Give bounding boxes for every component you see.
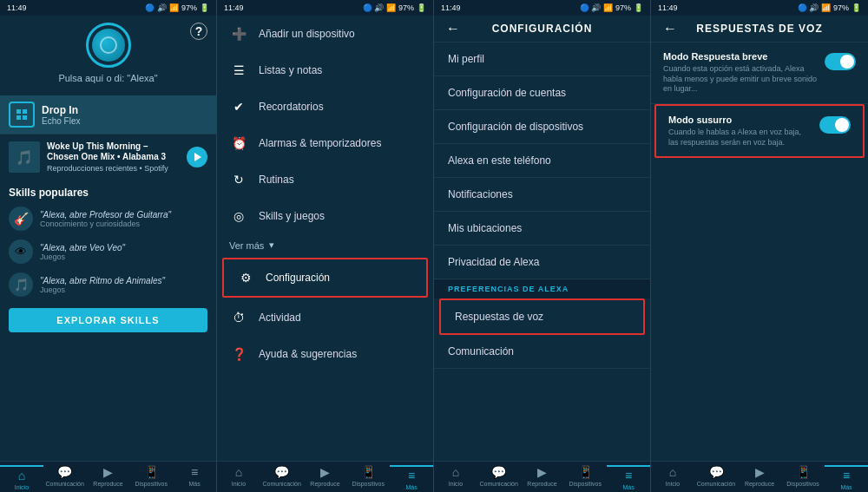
nav-inicio-1[interactable]: ⌂ Inicio: [0, 465, 43, 490]
nav-comunicacion-1[interactable]: 💬 Comunicación: [43, 465, 87, 490]
music-subtitle: Reproducciones recientes • Spotify: [47, 164, 180, 173]
skills-icon: ◎: [229, 207, 248, 226]
music-item[interactable]: 🎵 Woke Up This Morning – Chosen One Mix …: [0, 134, 216, 180]
alexa-ring[interactable]: [86, 23, 131, 68]
nav-label-mas-1: Más: [188, 481, 200, 487]
explorar-button[interactable]: EXPLORAR SKILLS: [9, 308, 207, 332]
chat-icon-4: 💬: [709, 465, 724, 479]
config-ubicaciones[interactable]: Mis ubicaciones: [434, 212, 650, 246]
nav-inicio-3[interactable]: ⌂ Inicio: [434, 465, 477, 490]
config-header: ← CONFIGURACIÓN: [434, 16, 650, 43]
menu-item-skills[interactable]: ◎ Skills y juegos: [217, 198, 433, 234]
drop-in-icon: [9, 102, 35, 128]
skill-title-1: "Alexa, abre Veo Veo": [40, 243, 125, 253]
bottom-nav-3: ⌂ Inicio 💬 Comunicación ▶ Reproduce 📱 Di…: [434, 461, 650, 492]
alexa-header: ? Pulsa aquí o di: "Alexa": [0, 16, 216, 95]
help-button[interactable]: ?: [190, 23, 207, 40]
nav-label-com-1: Comunicación: [46, 481, 84, 487]
nav-comunicacion-2[interactable]: 💬 Comunicación: [260, 465, 304, 490]
svg-rect-3: [23, 115, 27, 120]
activity-icon: ⏱: [229, 308, 248, 327]
menu-item-help[interactable]: ❓ Ayuda & sugerencias: [217, 336, 433, 372]
status-bar-3: 11:49 🔵 🔊 📶 97% 🔋: [434, 0, 650, 16]
activity-label: Actividad: [259, 312, 301, 324]
config-respuestas-voz[interactable]: Respuestas de voz: [439, 298, 645, 335]
config-dispositivos[interactable]: Configuración de dispositivos: [434, 110, 650, 144]
nav-mas-4[interactable]: ≡ Más: [825, 465, 868, 490]
config-comunicacion[interactable]: Comunicación: [434, 335, 650, 369]
config-alexa-telefono[interactable]: Alexa en este teléfono: [434, 144, 650, 178]
time-3: 11:49: [441, 3, 461, 12]
drop-in-text: Drop In Echo Flex: [42, 104, 80, 126]
menu-item-lists[interactable]: ☰ Listas y notas: [217, 52, 433, 89]
nav-mas-3[interactable]: ≡ Más: [607, 465, 650, 490]
toggle-switch-1[interactable]: [819, 116, 851, 134]
lists-label: Listas y notas: [259, 64, 322, 76]
config-notificaciones[interactable]: Notificaciones: [434, 178, 650, 212]
skill-item-2[interactable]: 🎵 "Alexa, abre Ritmo de Animales" Juegos: [0, 268, 216, 301]
menu-item-routines[interactable]: ↻ Rutinas: [217, 161, 433, 198]
config-menu-item[interactable]: ⚙ Configuración: [222, 258, 428, 298]
more-icon-4: ≡: [843, 469, 850, 482]
nav-dispositivos-1[interactable]: 📱 Dispositivos: [129, 465, 173, 490]
panel-config: 11:49 🔵 🔊 📶 97% 🔋 ← CONFIGURACIÓN Mi per…: [434, 0, 651, 492]
drop-in-item[interactable]: Drop In Echo Flex: [0, 95, 216, 134]
nav-dispositivos-4[interactable]: 📱 Dispositivos: [781, 465, 825, 490]
nav-comunicacion-4[interactable]: 💬 Comunicación: [694, 465, 738, 490]
nav-label-mas-2: Más: [405, 484, 417, 490]
time-4: 11:49: [658, 3, 678, 12]
chat-icon-3: 💬: [491, 465, 506, 479]
menu-item-add-device[interactable]: ➕ Añadir un dispositivo: [217, 16, 433, 52]
nav-reproduce-3[interactable]: ▶ Reproduce: [521, 465, 564, 490]
play-icon-2: ▶: [320, 465, 330, 479]
skill-item-0[interactable]: 🎸 "Alexa, abre Profesor de Guitarra" Con…: [0, 202, 216, 235]
nav-dispositivos-3[interactable]: 📱 Dispositivos: [563, 465, 607, 490]
nav-reproduce-2[interactable]: ▶ Reproduce: [304, 465, 347, 490]
status-bar-2: 11:49 🔵 🔊 📶 97% 🔋: [217, 0, 433, 16]
toggle-title-1: Modo susurro: [668, 115, 812, 125]
skill-title-2: "Alexa, abre Ritmo de Animales": [40, 276, 165, 285]
alarms-label: Alarmas & temporizadores: [259, 137, 381, 149]
nav-reproduce-1[interactable]: ▶ Reproduce: [87, 465, 130, 490]
nav-mas-1[interactable]: ≡ Más: [173, 465, 216, 490]
status-icons-2: 🔵 🔊 📶 97% 🔋: [363, 3, 426, 12]
panel-home: 11:49 🔵 🔊 📶 97% 🔋 ? Pulsa aquí o di: "Al…: [0, 0, 217, 492]
menu-item-alarms[interactable]: ⏰ Alarmas & temporizadores: [217, 125, 433, 161]
panel1-scroll: Skills populares 🎸 "Alexa, abre Profesor…: [0, 180, 216, 461]
skill-title-0: "Alexa, abre Profesor de Guitarra": [40, 210, 171, 220]
nav-dispositivos-2[interactable]: 📱 Dispositivos: [346, 465, 390, 490]
devices-icon-4: 📱: [796, 465, 811, 479]
lists-icon: ☰: [229, 61, 248, 80]
back-button-3[interactable]: ←: [446, 21, 460, 36]
menu-item-reminders[interactable]: ✔ Recordatorios: [217, 89, 433, 125]
toggle-susurro[interactable]: Modo susurro Cuando le hablas a Alexa en…: [654, 104, 865, 158]
toggle-respuesta-breve[interactable]: Modo Respuesta breve Cuando esta opción …: [651, 43, 868, 104]
nav-mas-2[interactable]: ≡ Más: [390, 465, 433, 490]
nav-comunicacion-3[interactable]: 💬 Comunicación: [477, 465, 521, 490]
nav-label-dev-2: Dispositivos: [352, 481, 385, 487]
config-privacidad[interactable]: Privacidad de Alexa: [434, 246, 650, 279]
svg-rect-0: [16, 109, 21, 114]
config-mi-perfil[interactable]: Mi perfil: [434, 43, 650, 76]
drop-in-subtitle: Echo Flex: [42, 116, 80, 126]
toggle-desc-1: Cuando le hablas a Alexa en voz baja, la…: [668, 128, 812, 148]
menu-item-activity[interactable]: ⏱ Actividad: [217, 299, 433, 336]
panel4-scroll: Modo Respuesta breve Cuando esta opción …: [651, 43, 868, 461]
devices-icon-1: 📱: [144, 465, 159, 479]
more-icon-1: ≡: [191, 465, 198, 479]
skills-header: Skills populares: [0, 180, 216, 202]
status-icons-3: 🔵 🔊 📶 97% 🔋: [580, 3, 643, 12]
toggle-switch-0[interactable]: [825, 53, 856, 70]
back-button-4[interactable]: ←: [663, 21, 677, 36]
skill-item-1[interactable]: 👁 "Alexa, abre Veo Veo" Juegos: [0, 235, 216, 268]
ver-mas[interactable]: Ver más ▾: [217, 234, 433, 256]
nav-inicio-2[interactable]: ⌂ Inicio: [217, 465, 260, 490]
nav-reproduce-4[interactable]: ▶ Reproduce: [738, 465, 781, 490]
voice-response-header: ← RESPUESTAS DE VOZ: [651, 16, 868, 43]
nav-inicio-4[interactable]: ⌂ Inicio: [651, 465, 694, 490]
devices-icon-2: 📱: [361, 465, 376, 479]
svg-rect-1: [23, 109, 27, 114]
config-title: CONFIGURACIÓN: [492, 23, 593, 35]
config-cuentas[interactable]: Configuración de cuentas: [434, 76, 650, 110]
play-button[interactable]: [187, 147, 207, 167]
